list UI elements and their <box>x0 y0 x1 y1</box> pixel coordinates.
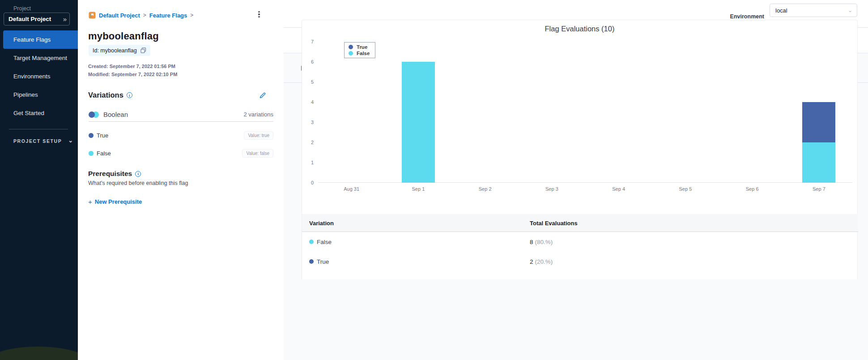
evaluation-count: 2 <box>530 258 533 265</box>
variation-name: False <box>317 239 332 245</box>
metrics-panel: Environment local ⌄ Targeting Metrics Ac… <box>284 0 868 360</box>
flag-detail-panel: Default Project > Feature Flags > mybool… <box>78 0 284 360</box>
sidebar-item-get-started[interactable]: Get Started <box>0 104 78 122</box>
legend-label: False <box>357 51 370 56</box>
variation-type-label: Boolean <box>103 111 244 118</box>
chevron-down-icon: ⌄ <box>68 137 73 144</box>
info-icon[interactable]: i <box>135 171 141 177</box>
double-chevron-icon: » <box>63 16 66 22</box>
app-root: Project Default Project » Feature FlagsT… <box>0 0 868 360</box>
project-setup-label: PROJECT SETUP <box>13 138 62 144</box>
sidebar-divider <box>9 129 68 129</box>
variation-count: 2 variations <box>244 111 273 118</box>
edit-variations-button[interactable] <box>259 92 266 101</box>
legend-entry-true: True <box>349 44 370 50</box>
x-axis-tick-label: Sep 2 <box>467 186 503 192</box>
y-axis-tick-label: 4 <box>302 99 314 105</box>
variation-row-true: True Value: true <box>89 130 273 140</box>
variation-name: True <box>97 132 244 139</box>
total-evaluations-cell: 8(80.%) <box>530 232 553 252</box>
sidebar-item-environments[interactable]: Environments <box>0 67 78 86</box>
legend-dot <box>349 45 353 49</box>
legend-dot <box>349 51 353 56</box>
evaluations-table-body: False8(80.%)True2(20.%) <box>302 232 858 271</box>
chart-title: Flag Evaluations (10) <box>302 25 857 33</box>
created-timestamp: Created: September 7, 2022 01:56 PM <box>88 64 175 69</box>
variations-heading-text: Variations <box>88 91 123 99</box>
y-axis-tick-label: 6 <box>302 59 314 65</box>
evaluation-count: 8 <box>530 239 533 245</box>
y-axis-tick-label: 0 <box>302 180 314 186</box>
flag-id-chip: Id: mybooleanflag <box>89 45 150 56</box>
flag-options-menu-button[interactable] <box>255 10 263 19</box>
variation-dot <box>309 240 314 244</box>
boolean-type-icon <box>89 111 99 118</box>
sidebar-item-target-management[interactable]: Target Management <box>0 49 78 67</box>
project-selector[interactable]: Default Project » <box>4 13 70 26</box>
breadcrumb-separator: > <box>143 12 146 18</box>
y-axis-tick-label: 3 <box>302 119 314 125</box>
breadcrumb-separator: > <box>190 12 193 18</box>
variation-cell: True <box>309 252 329 271</box>
breadcrumb-project-link[interactable]: Default Project <box>99 12 140 19</box>
modified-timestamp: Modified: September 7, 2022 02:10 PM <box>88 72 177 77</box>
true-variation-dot <box>89 133 94 138</box>
sidebar-nav: Feature FlagsTarget ManagementEnvironmen… <box>0 30 78 122</box>
prerequisites-heading-text: Prerequisites <box>88 170 132 178</box>
copy-icon[interactable] <box>140 47 146 53</box>
y-axis-tick-label: 5 <box>302 79 314 85</box>
bar-segment-false-sep-7[interactable] <box>802 142 835 183</box>
x-axis-tick-label: Sep 4 <box>601 186 637 192</box>
x-axis-tick-label: Aug 31 <box>334 186 370 192</box>
variation-name: False <box>97 150 242 157</box>
sidebar-item-project-setup[interactable]: PROJECT SETUP ⌄ <box>13 137 73 144</box>
new-prerequisite-button[interactable]: + New Prerequisite <box>88 198 142 206</box>
environment-label: Environment <box>730 13 764 20</box>
prerequisites-heading: Prerequisites i <box>88 170 141 178</box>
info-icon[interactable]: i <box>127 92 132 98</box>
variation-row-false: False Value: false <box>89 148 273 158</box>
x-axis-tick-label: Sep 7 <box>801 186 837 192</box>
legend-label: True <box>357 44 367 50</box>
plus-icon: + <box>88 198 92 206</box>
flag-title: mybooleanflag <box>88 30 159 42</box>
table-row-true: True2(20.%) <box>302 252 858 271</box>
environment-select-value: local <box>775 7 848 14</box>
variation-type-row: Boolean 2 variations <box>89 110 273 119</box>
breadcrumb: Default Project > Feature Flags > <box>89 11 273 20</box>
prerequisites-description: What's required before enabling this fla… <box>88 180 188 186</box>
divider <box>89 121 273 122</box>
x-axis-tick-label: Sep 6 <box>734 186 770 192</box>
column-header-total-evaluations: Total Evaluations <box>530 214 578 232</box>
y-axis-tick-label: 1 <box>302 159 314 166</box>
sidebar-item-pipelines[interactable]: Pipelines <box>0 86 78 104</box>
project-selector-value: Default Project <box>9 16 63 22</box>
metrics-card: Flag Evaluations (10) 01234567 TrueFalse… <box>302 20 858 279</box>
total-evaluations-cell: 2(20.%) <box>530 252 553 271</box>
column-header-variation: Variation <box>309 214 334 232</box>
chevron-down-icon: ⌄ <box>848 7 852 13</box>
chart-legend: TrueFalse <box>344 42 375 58</box>
variation-value-badge: Value: true <box>244 131 273 140</box>
environment-select[interactable]: local ⌄ <box>770 4 857 17</box>
new-prerequisite-label: New Prerequisite <box>95 198 142 205</box>
table-row-false: False8(80.%) <box>302 232 858 252</box>
flag-id-text: Id: mybooleanflag <box>93 47 137 54</box>
sidebar: Project Default Project » Feature FlagsT… <box>0 0 78 360</box>
project-label: Project <box>13 5 31 12</box>
breadcrumb-feature-flags-link[interactable]: Feature Flags <box>149 12 187 19</box>
y-axis-tick-label: 7 <box>302 39 314 45</box>
x-axis-tick-label: Sep 1 <box>400 186 436 192</box>
variations-heading: Variations i <box>88 91 132 99</box>
variation-name: True <box>317 258 329 265</box>
sidebar-item-feature-flags[interactable]: Feature Flags <box>3 30 78 49</box>
false-variation-dot <box>89 151 94 156</box>
x-axis-tick-label: Sep 3 <box>534 186 570 192</box>
evaluation-percentage: (20.%) <box>535 258 553 265</box>
bar-segment-false-sep-1[interactable] <box>402 62 435 183</box>
evaluations-table-header: Variation Total Evaluations <box>302 214 858 232</box>
evaluation-percentage: (80.%) <box>535 239 553 245</box>
feature-flag-logo-icon <box>89 12 96 19</box>
variation-dot <box>309 259 314 264</box>
bar-segment-true-sep-7[interactable] <box>802 102 835 142</box>
